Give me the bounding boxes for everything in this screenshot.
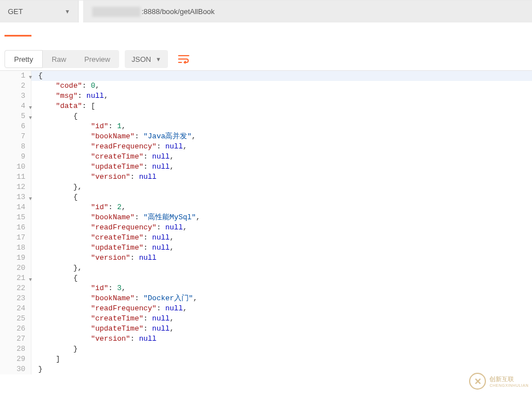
line-number: 15 [0, 213, 31, 223]
code-line[interactable]: 21▼ { [0, 273, 532, 283]
code-line[interactable]: 2 "code": 0, [0, 81, 532, 91]
http-method-select[interactable]: GET ▼ [0, 1, 79, 22]
line-number: 4▼ [0, 101, 31, 111]
line-number: 9 [0, 152, 31, 162]
line-number: 8 [0, 142, 31, 152]
code-line[interactable]: 22 "id": 3, [0, 283, 532, 293]
code-content: { [31, 192, 78, 202]
line-number: 12 [0, 182, 31, 192]
code-line[interactable]: 28 } [0, 344, 532, 354]
wrap-lines-button[interactable] [174, 50, 194, 68]
code-line[interactable]: 5▼ { [0, 111, 532, 121]
line-number: 11 [0, 172, 31, 182]
code-line[interactable]: 7 "bookName": "Java高并发", [0, 132, 532, 142]
code-line[interactable]: 1▼{ [0, 71, 532, 81]
code-content: "createTime": null, [31, 152, 174, 162]
code-content: "version": null [31, 253, 157, 263]
request-bar: GET ▼ :8888/book/getAllBook [0, 0, 532, 22]
code-line[interactable]: 16 "readFrequency": null, [0, 223, 532, 233]
code-line[interactable]: 12 }, [0, 182, 532, 192]
code-content: "updateTime": null, [31, 243, 174, 253]
code-content: "createTime": null, [31, 314, 174, 324]
code-line[interactable]: 30} [0, 364, 532, 374]
code-line[interactable]: 18 "updateTime": null, [0, 243, 532, 253]
wrap-icon [178, 55, 189, 64]
tab-pretty[interactable]: Pretty [4, 50, 43, 68]
line-number: 19 [0, 253, 31, 263]
code-line[interactable]: 10 "updateTime": null, [0, 162, 532, 172]
line-number: 10 [0, 162, 31, 172]
code-content: { [31, 111, 78, 121]
code-content: "bookName": "Java高并发", [31, 132, 196, 142]
code-line[interactable]: 9 "createTime": null, [0, 152, 532, 162]
code-line[interactable]: 19 "version": null [0, 253, 532, 263]
code-content: "id": 2, [31, 202, 126, 213]
code-line[interactable]: 8 "readFrequency": null, [0, 142, 532, 152]
line-number: 14 [0, 202, 31, 213]
code-content: "updateTime": null, [31, 162, 174, 172]
line-number: 30 [0, 364, 31, 374]
line-number: 20 [0, 263, 31, 273]
line-number: 3 [0, 91, 31, 101]
request-tabs-strip [0, 22, 532, 48]
code-line[interactable]: 29 ] [0, 354, 532, 364]
code-line[interactable]: 4▼ "data": [ [0, 101, 532, 111]
url-visible-text: :8888/book/getAllBook [142, 7, 215, 16]
line-number: 21▼ [0, 273, 31, 283]
response-toolbar: Pretty Raw Preview JSON ▼ [0, 48, 532, 70]
line-number: 26 [0, 324, 31, 334]
code-content: ] [31, 354, 60, 364]
url-input[interactable]: :8888/book/getAllBook [83, 1, 532, 22]
code-line[interactable]: 13▼ { [0, 192, 532, 202]
line-number: 25 [0, 314, 31, 324]
code-content: "readFrequency": null, [31, 304, 187, 314]
chevron-down-icon: ▼ [65, 8, 70, 15]
code-content: "code": 0, [31, 81, 99, 91]
code-content: }, [31, 263, 82, 273]
line-number: 6 [0, 121, 31, 132]
active-tab-indicator [4, 35, 31, 37]
code-content: { [31, 71, 43, 81]
line-number: 27 [0, 334, 31, 344]
watermark-logo-icon: ✕ [469, 373, 486, 390]
code-content: "readFrequency": null, [31, 142, 187, 152]
code-content: { [31, 273, 78, 283]
tab-preview[interactable]: Preview [75, 50, 119, 68]
code-content: "createTime": null, [31, 233, 174, 243]
code-content: "version": null [31, 334, 157, 344]
code-content: "bookName": "高性能MySql", [31, 213, 201, 223]
line-number: 13▼ [0, 192, 31, 202]
line-number: 29 [0, 354, 31, 364]
code-line[interactable]: 11 "version": null [0, 172, 532, 182]
code-content: "bookName": "Docker入门", [31, 293, 197, 304]
line-number: 28 [0, 344, 31, 354]
code-content: } [31, 364, 43, 374]
code-line[interactable]: 26 "updateTime": null, [0, 324, 532, 334]
tab-raw[interactable]: Raw [43, 50, 75, 68]
code-line[interactable]: 3 "msg": null, [0, 91, 532, 101]
watermark-brand: 创新互联 [489, 375, 529, 383]
line-number: 16 [0, 223, 31, 233]
code-line[interactable]: 20 }, [0, 263, 532, 273]
line-number: 1▼ [0, 71, 31, 81]
code-line[interactable]: 27 "version": null [0, 334, 532, 344]
code-line[interactable]: 17 "createTime": null, [0, 233, 532, 243]
body-format-select[interactable]: JSON ▼ [125, 50, 168, 68]
code-content: "readFrequency": null, [31, 223, 187, 233]
line-number: 23 [0, 293, 31, 304]
code-content: } [31, 344, 78, 354]
line-number: 5▼ [0, 111, 31, 121]
code-line[interactable]: 6 "id": 1, [0, 121, 532, 132]
code-line[interactable]: 25 "createTime": null, [0, 314, 532, 324]
code-content: "version": null [31, 172, 157, 182]
line-number: 7 [0, 132, 31, 142]
line-number: 22 [0, 283, 31, 293]
code-line[interactable]: 23 "bookName": "Docker入门", [0, 293, 532, 304]
line-number: 24 [0, 304, 31, 314]
code-line[interactable]: 15 "bookName": "高性能MySql", [0, 213, 532, 223]
response-body-viewer[interactable]: 1▼{2 "code": 0,3 "msg": null,4▼ "data": … [0, 70, 532, 374]
http-method-value: GET [8, 7, 23, 16]
code-line[interactable]: 14 "id": 2, [0, 202, 532, 213]
chevron-down-icon: ▼ [156, 56, 161, 62]
code-line[interactable]: 24 "readFrequency": null, [0, 304, 532, 314]
